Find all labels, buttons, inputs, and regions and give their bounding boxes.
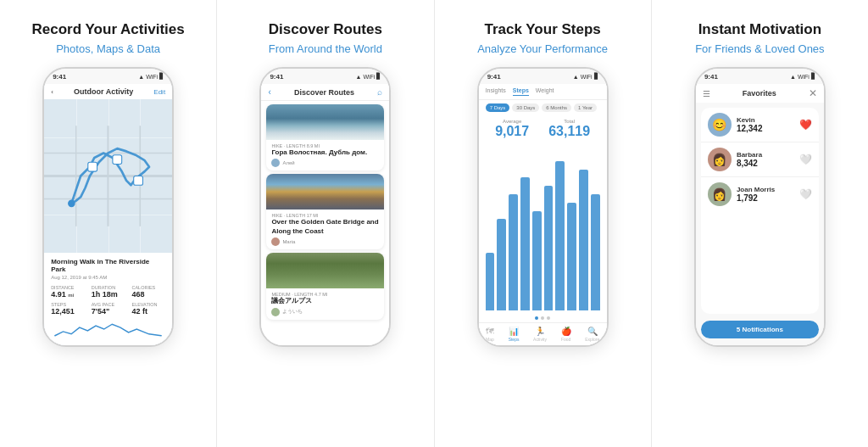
mini-chart — [51, 319, 165, 340]
friend-heart-kevin[interactable]: ❤️ — [799, 119, 812, 131]
activity-icon: 🏃 — [535, 327, 545, 336]
bar-10 — [591, 194, 600, 310]
route-user-2: Maria — [271, 237, 379, 246]
map-area — [44, 99, 172, 253]
route-card-3[interactable]: Medium · Length 4.7 Mi 議会アルプス よういち — [266, 253, 384, 319]
panel-discover-routes: Discover Routes From Around the World 9:… — [217, 0, 434, 447]
friend-item-barbara[interactable]: 👩 Barbara 8,342 🤍 — [701, 142, 819, 177]
bar-1 — [486, 253, 495, 311]
motiv-screen: ☰ Favorites ✕ 😊 Kevin 12,342 ❤️ — [696, 84, 824, 345]
routes-back-icon[interactable]: ‹ — [268, 87, 270, 97]
dot-3 — [547, 316, 550, 320]
stat-duration: Duration 1h 18m — [92, 285, 125, 299]
friend-item-kevin[interactable]: 😊 Kevin 12,342 ❤️ — [701, 108, 819, 142]
friend-name-kevin: Kevin — [737, 116, 794, 124]
panel-track-steps: Track Your Steps Analyze Your Performanc… — [435, 0, 652, 447]
bar-9 — [579, 170, 588, 311]
total-value: 63,119 — [548, 124, 590, 139]
nav-food[interactable]: 🍎 Food — [561, 327, 571, 342]
phone-2-content: ‹ Discover Routes ⌕ Hike · Length 8.9 Mi… — [261, 84, 389, 345]
status-time-4: 9:41 — [704, 73, 718, 81]
pagination-dots — [479, 314, 607, 322]
steps-icon: 📊 — [509, 327, 519, 336]
period-1year[interactable]: 1 Year — [574, 103, 597, 112]
stat-pace: Avg Pace 7'54" — [92, 302, 125, 316]
explore-icon: 🔍 — [587, 327, 598, 336]
map-stats-row-1: Distance 4.91 mi Duration 1h 18m Calorie… — [51, 285, 165, 299]
map-info-card: Morning Walk in The Riverside Park Aug 1… — [44, 253, 172, 345]
status-icons-1: ▲WiFi▊ — [138, 73, 164, 80]
bar-4 — [520, 177, 530, 310]
map-route-svg — [44, 99, 172, 253]
phone-1-content: ‹ Outdoor Activity Edit — [44, 84, 172, 345]
steps-stats: Average 9,017 Total 63,119 — [479, 115, 607, 144]
friend-heart-joan[interactable]: 🤍 — [799, 188, 812, 200]
bar-6 — [544, 186, 554, 310]
motiv-close-icon[interactable]: ✕ — [809, 87, 817, 99]
friend-name-joan: Joan Morris — [737, 186, 794, 193]
nav-map[interactable]: 🗺 Map — [486, 327, 494, 342]
bar-2 — [497, 219, 506, 310]
bar-8 — [567, 203, 576, 310]
tab-insights[interactable]: Insights — [486, 87, 506, 96]
route-details-2: Hike · Length 17 Mi Over the Golden Gate… — [266, 210, 384, 249]
route-card-1[interactable]: Hike · Length 8.9 Mi Гора Волостная. Дуб… — [266, 104, 384, 170]
phone-3-content: Insights Steps Weight 7 Days 30 Days 6 M… — [479, 84, 607, 345]
route-img-forest — [266, 253, 384, 288]
motiv-footer: 5 Notifications — [696, 314, 824, 345]
map-edit-btn[interactable]: Edit — [153, 88, 165, 96]
friend-heart-barbara[interactable]: 🤍 — [799, 154, 812, 165]
routes-search-icon[interactable]: ⌕ — [377, 87, 382, 97]
status-bar-4: 9:41 ▲WiFi▊ — [696, 69, 824, 84]
food-icon: 🍎 — [561, 327, 571, 336]
notifications-button[interactable]: 5 Notifications — [701, 321, 819, 338]
motiv-header: ☰ Favorites ✕ — [696, 84, 824, 103]
steps-screen: Insights Steps Weight 7 Days 30 Days 6 M… — [479, 84, 607, 345]
route-img-mountain — [266, 104, 384, 140]
svg-rect-9 — [134, 176, 143, 186]
friend-item-joan[interactable]: 👩 Joan Morris 1,792 🤍 — [701, 177, 819, 211]
svg-point-6 — [68, 200, 75, 208]
bar-3 — [509, 194, 518, 310]
phone-3: 9:41 ▲WiFi▊ Insights Steps Weight 7 Days… — [477, 67, 609, 347]
map-icon: 🗺 — [486, 327, 494, 336]
panel-record-activities: Record Your Activities Photos, Maps & Da… — [0, 0, 217, 447]
period-6months[interactable]: 6 Months — [542, 103, 571, 112]
steps-period: 7 Days 30 Days 6 Months 1 Year — [479, 100, 607, 115]
friend-name-barbara: Barbara — [737, 151, 794, 159]
friend-avatar-joan: 👩 — [708, 182, 732, 206]
status-bar-1: 9:41 ▲WiFi▊ — [44, 69, 172, 84]
bar-7 — [555, 161, 565, 310]
panel-3-title: Track Your Steps — [484, 20, 600, 39]
tab-steps[interactable]: Steps — [513, 87, 529, 96]
stat-distance: Distance 4.91 mi — [51, 285, 85, 299]
phone-1: 9:41 ▲WiFi▊ ‹ Outdoor Activity Edit — [42, 67, 174, 347]
routes-header-title: Discover Routes — [275, 88, 375, 97]
steps-average-group: Average 9,017 — [495, 119, 529, 139]
nav-steps[interactable]: 📊 Steps — [509, 327, 520, 342]
friend-steps-joan: 1,792 — [737, 193, 794, 203]
panel-3-subtitle: Analyze Your Performance — [477, 42, 608, 55]
route-img-bridge — [266, 174, 384, 210]
period-30days[interactable]: 30 Days — [512, 103, 539, 112]
panel-2-title: Discover Routes — [269, 20, 382, 39]
route-username-2: Maria — [282, 239, 295, 244]
tab-weight[interactable]: Weight — [536, 87, 554, 96]
route-username-3: よういち — [282, 308, 303, 316]
friend-avatar-barbara: 👩 — [708, 148, 732, 171]
nav-explore[interactable]: 🔍 Explore — [585, 327, 599, 342]
bar-5 — [532, 211, 542, 311]
status-icons-2: ▲WiFi▊ — [355, 73, 381, 80]
nav-activity[interactable]: 🏃 Activity — [533, 327, 547, 342]
routes-header: ‹ Discover Routes ⌕ — [261, 84, 389, 101]
route-details-1: Hike · Length 8.9 Mi Гора Волостная. Дуб… — [266, 140, 384, 170]
route-name-1: Гора Волостная. Дубль дом. — [271, 148, 379, 157]
route-avatar-3 — [271, 308, 280, 316]
steps-tabs: Insights Steps Weight — [479, 84, 607, 100]
stat-steps: Steps 12,451 — [51, 302, 85, 316]
motiv-menu-icon[interactable]: ☰ — [703, 89, 710, 98]
route-card-2[interactable]: Hike · Length 17 Mi Over the Golden Gate… — [266, 174, 384, 249]
friend-steps-kevin: 12,342 — [737, 124, 794, 133]
period-7days[interactable]: 7 Days — [486, 103, 510, 112]
map-header: ‹ Outdoor Activity Edit — [44, 84, 172, 99]
